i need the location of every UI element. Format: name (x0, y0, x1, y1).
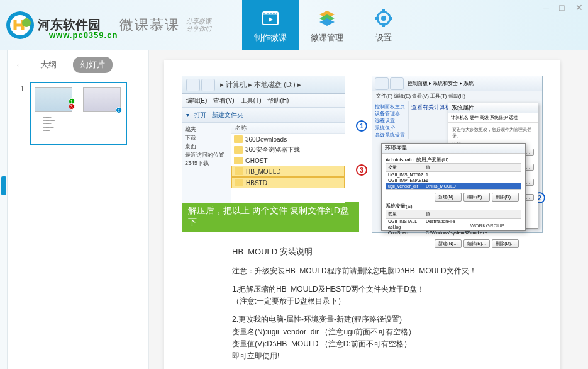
file-row-selected: HB_MOULD (231, 166, 345, 177)
svg-point-14 (381, 16, 386, 21)
props-dialog-title: 系统属性 (448, 103, 538, 113)
gear-icon (372, 7, 395, 30)
dialog-title: 环境变量 (382, 144, 525, 154)
nav-downloads: 下载 (185, 134, 228, 143)
nav-settings[interactable]: 设置 (355, 0, 412, 50)
logo-icon (5, 10, 35, 40)
explorer-toolbar: ▾ 打开 新建文件夹 (182, 108, 345, 123)
step-1a: 1.把解压缩的HB_MOULD及HBSTD两个文件夹放于D盘！ (232, 285, 424, 293)
back-arrow-icon[interactable]: ← (15, 60, 24, 70)
btn-delete: 删除(D)… (492, 193, 519, 202)
slide-number: 1 (20, 84, 25, 93)
top-nav: 制作微课 微课管理 设置 (242, 0, 412, 50)
breadcrumb: 控制面板 ▸ 系统和安全 ▸ 系统 (408, 80, 474, 87)
nav-2345: 2345下载 (185, 159, 228, 168)
screenshot-explorer: ▸ 计算机 ▸ 本地磁盘 (D:) ▸ 编辑(E) 查看(V) 工具(T) 帮助… (182, 76, 359, 233)
explorer-nav-pane: 藏夹 下载 桌面 最近访问的位置 2345下载 (182, 123, 231, 203)
env-vars-dialog: 环境变量 Administrator 的用户变量(U) 变量值 UGII_IMS… (381, 143, 526, 231)
system-menu: 文件(F) 编辑(E) 查看(V) 工具(T) 帮助(H) (372, 91, 542, 101)
minimize-button[interactable]: ─ (543, 3, 552, 11)
system-address-bar: 控制面板 ▸ 系统和安全 ▸ 系统 (372, 76, 542, 91)
nav-create-course[interactable]: 制作微课 (242, 0, 299, 50)
badge-1: 1 (356, 120, 367, 132)
vertical-bar (0, 50, 8, 369)
badge-3: 3 (356, 164, 367, 176)
breadcrumb-disk: 本地磁盘 (D:) (254, 81, 295, 88)
sidebar-toggle-handle[interactable] (1, 176, 6, 195)
sidebar: ← 大纲 幻灯片 1 1 2 3 ━━━━━━━━━━━━━━━━━━━━━━━… (8, 50, 149, 369)
back-button (186, 79, 200, 91)
breadcrumb-computer: 计算机 (226, 81, 247, 88)
forward-button (201, 79, 215, 91)
film-icon (259, 7, 282, 30)
instructions: HB_MOULD 安装说明 注意：升级安装HB_MOULD程序前请删除您电脑D:… (232, 246, 543, 362)
explorer-menu: 编辑(E) 查看(V) 工具(T) 帮助(H) (182, 94, 345, 108)
nav-recent: 最近访问的位置 (185, 151, 228, 160)
tab-slides[interactable]: 幻灯片 (73, 57, 113, 73)
folder-icon (234, 135, 243, 143)
column-name: 名称 (231, 123, 345, 134)
step-1b: （注意:一定要放于D盘根目录下） (232, 297, 345, 305)
slide-thumb-row: 1 1 2 3 ━━━━━━━━━━━━━━━━━━━━━━━━━━━━━━━━… (20, 82, 136, 145)
main-area: ← 大纲 幻灯片 1 1 2 3 ━━━━━━━━━━━━━━━━━━━━━━━… (0, 50, 588, 369)
step-2d: 即可立即使用! (232, 351, 279, 360)
svg-marker-9 (269, 17, 273, 22)
step-2c: 变量值(V):D:\HB_MOULD （注意D:前面不可有空格） (232, 339, 411, 348)
toolbar-open: 打开 (194, 111, 207, 120)
props-tabs: 计算机名 硬件 高级 系统保护 远程 (448, 113, 538, 123)
explorer-file-list: 名称 360Downloads 360安全浏览器下载 GHOST HB_MOUL… (231, 123, 345, 203)
menu-tools: 工具(T) (241, 96, 262, 105)
maximize-button[interactable]: □ (559, 3, 568, 11)
file-row: 360安全浏览器下载 (231, 144, 345, 156)
nav-label: 制作微课 (254, 32, 287, 43)
toolbar-new-folder: 新建文件夹 (212, 111, 243, 120)
step-2a: 2.更改我的电脑-属性-环境变量-新建(程序路径设置) (232, 315, 402, 324)
nav-label: 微课管理 (311, 32, 343, 43)
slides-list: 1 1 2 3 ━━━━━━━━━━━━━━━━━━━━━━━━━━━━━━━━… (8, 79, 148, 154)
screenshots-row: ▸ 计算机 ▸ 本地磁盘 (D:) ▸ 编辑(E) 查看(V) 工具(T) 帮助… (182, 76, 543, 233)
svg-point-8 (275, 13, 276, 14)
svg-rect-16 (382, 23, 385, 27)
topbar: 河东软件园 微课慕课 分享微课 分享你们 www.pc0359.cn 制作微课 … (0, 0, 588, 50)
canvas-wrap[interactable]: ▸ 计算机 ▸ 本地磁盘 (D:) ▸ 编辑(E) 查看(V) 工具(T) 帮助… (149, 50, 588, 369)
system-sidebar: 控制面板主页 设备管理器 远程设置 系统保护 高级系统设置 (372, 101, 409, 139)
folder-icon (235, 167, 243, 175)
svg-point-2 (22, 18, 31, 27)
logo-area: 河东软件园 微课慕课 分享微课 分享你们 (0, 10, 239, 40)
instructions-warning: 注意：升级安装HB_MOULD程序前请删除您电脑D:\HB_MOULD文件夹！ (232, 265, 543, 277)
folder-icon (234, 157, 243, 164)
tagline: 分享微课 分享你们 (186, 18, 211, 33)
sidebar-top: ← 大纲 幻灯片 (8, 50, 148, 79)
nav-label: 设置 (375, 32, 392, 43)
step-2b: 变量名(N):ugii_vendor_dir （注意ugii前面不可有空格） (232, 327, 416, 336)
nav-desktop: 桌面 (185, 142, 228, 151)
file-row-selected: HBSTD (231, 177, 345, 188)
user-vars-label: Administrator 的用户变量(U) (386, 156, 521, 163)
nav-manage-course[interactable]: 微课管理 (299, 0, 355, 50)
svg-rect-17 (375, 17, 379, 20)
explorer-address-bar: ▸ 计算机 ▸ 本地磁盘 (D:) ▸ (182, 76, 345, 94)
slide-thumbnail[interactable]: 1 2 3 ━━━━━━━━━━━━━━━━━━━━━━━━━━━━━━━━━━ (30, 82, 127, 145)
tagline-1: 分享微课 (186, 18, 211, 25)
svg-point-7 (272, 13, 273, 14)
sub-brand: 微课慕课 (119, 16, 180, 35)
btn-edit: 编辑(E)… (463, 193, 490, 202)
tab-outline[interactable]: 大纲 (33, 57, 64, 73)
layers-icon (316, 7, 338, 30)
file-row: 360Downloads (231, 134, 345, 144)
nav-favorites: 藏夹 (185, 125, 228, 134)
sys-vars-label: 系统变量(S) (386, 203, 521, 210)
svg-rect-15 (382, 9, 385, 13)
window-controls: ─ □ ✕ (543, 3, 584, 11)
svg-point-6 (269, 13, 270, 14)
svg-rect-18 (389, 17, 392, 20)
caption-bar: 解压后，把以上 两个文件 复制文件到D盘下 (182, 202, 359, 232)
close-button[interactable]: ✕ (575, 3, 584, 11)
svg-point-5 (265, 13, 267, 14)
menu-edit: 编辑(E) (186, 96, 207, 105)
folder-icon (235, 179, 243, 186)
slide-canvas: ▸ 计算机 ▸ 本地磁盘 (D:) ▸ 编辑(E) 查看(V) 工具(T) 帮助… (164, 60, 560, 369)
btn-new: 新建(N)… (435, 193, 462, 202)
watermark-url: www.pc0359.cn (49, 30, 118, 40)
menu-view: 查看(V) (213, 96, 234, 105)
